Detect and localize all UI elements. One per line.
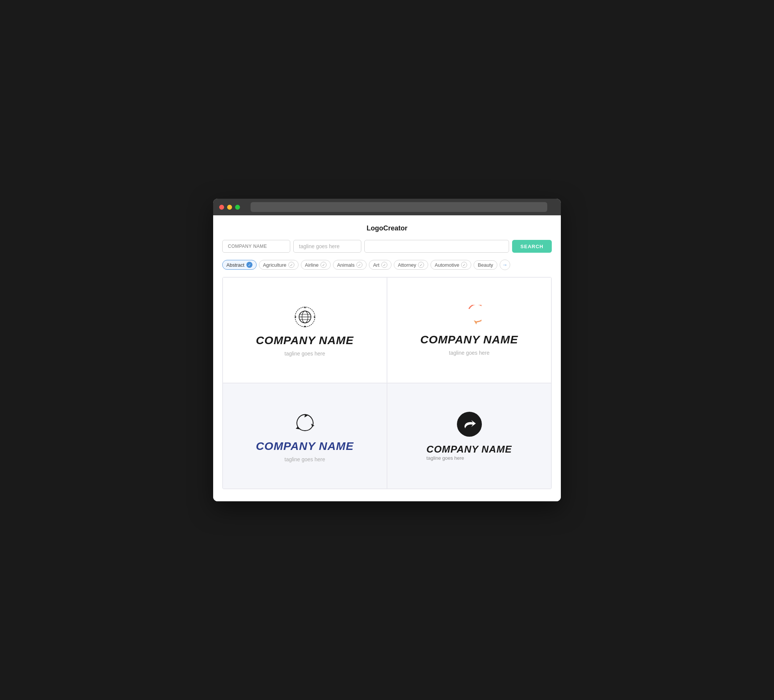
filter-label: Airline (305, 262, 319, 268)
filter-label: Agriculture (263, 262, 286, 268)
company-name-input[interactable] (222, 240, 290, 253)
check-icon-outline: ✓ (288, 262, 294, 268)
app-content: LogoCreator SEARCH Abstract ✓ Agricultur… (213, 215, 561, 501)
svg-marker-9 (303, 414, 308, 418)
tagline-1: tagline goes here (284, 350, 325, 357)
tagline-3: tagline goes here (284, 456, 325, 462)
company-name-3: COMPANY NAME (256, 440, 354, 452)
check-icon-outline: ✓ (461, 262, 467, 268)
minimize-button[interactable] (227, 205, 232, 210)
close-button[interactable] (219, 205, 224, 210)
filter-label: Animals (337, 262, 354, 268)
logo-inner-4: COMPANY NAME tagline goes here (426, 411, 512, 461)
company-name-2: COMPANY NAME (420, 333, 518, 346)
filter-beauty[interactable]: Beauty (473, 260, 497, 270)
address-bar[interactable] (251, 202, 547, 212)
filter-label: Beauty (478, 262, 493, 268)
tagline-4: tagline goes here (426, 455, 512, 461)
app-window: LogoCreator SEARCH Abstract ✓ Agricultur… (213, 199, 561, 501)
filter-label: Abstract (227, 262, 245, 268)
titlebar (213, 199, 561, 215)
logo-text-4: COMPANY NAME tagline goes here (426, 444, 512, 461)
globe-arrows-icon (292, 304, 318, 330)
refresh-arc-icon (457, 305, 481, 329)
logo-card-4[interactable]: COMPANY NAME tagline goes here (387, 383, 551, 489)
logo-card-1[interactable]: COMPANY NAME tagline goes here (223, 277, 387, 383)
svg-marker-6 (474, 320, 477, 324)
extra-search-input[interactable] (364, 240, 509, 253)
filter-bar: Abstract ✓ Agriculture ✓ Airline ✓ Anima… (222, 259, 552, 270)
filter-animals[interactable]: Animals ✓ (333, 260, 367, 270)
app-title: LogoCreator (222, 225, 552, 232)
filter-attorney[interactable]: Attorney ✓ (394, 260, 428, 270)
next-page-button[interactable]: → (499, 259, 510, 270)
logo-card-3[interactable]: COMPANY NAME tagline goes here (223, 383, 387, 489)
circular-arrows-icon (292, 409, 318, 436)
filter-label: Automotive (435, 262, 459, 268)
check-icon-outline: ✓ (356, 262, 362, 268)
check-icon-outline: ✓ (381, 262, 387, 268)
filter-art[interactable]: Art ✓ (369, 260, 392, 270)
check-icon: ✓ (246, 262, 253, 268)
circle-forward-icon (456, 411, 483, 438)
logo-card-2[interactable]: COMPANY NAME tagline goes here (387, 277, 551, 383)
logo-inner-3: COMPANY NAME tagline goes here (256, 409, 354, 462)
filter-label: Attorney (398, 262, 416, 268)
logo-inner-2: COMPANY NAME tagline goes here (420, 305, 518, 356)
filter-airline[interactable]: Airline ✓ (301, 260, 331, 270)
tagline-2: tagline goes here (449, 350, 490, 356)
logo-inner-1: COMPANY NAME tagline goes here (256, 304, 354, 357)
company-name-1: COMPANY NAME (256, 334, 354, 347)
filter-label: Art (373, 262, 379, 268)
filter-abstract[interactable]: Abstract ✓ (222, 260, 256, 270)
logo-grid: COMPANY NAME tagline goes here (222, 277, 552, 489)
tagline-input[interactable] (293, 240, 361, 253)
search-bar: SEARCH (222, 240, 552, 253)
check-icon-outline: ✓ (418, 262, 424, 268)
search-button[interactable]: SEARCH (512, 240, 552, 253)
check-icon-outline: ✓ (321, 262, 326, 268)
company-name-4: COMPANY NAME (426, 444, 512, 455)
maximize-button[interactable] (235, 205, 240, 210)
filter-automotive[interactable]: Automotive ✓ (430, 260, 471, 270)
filter-agriculture[interactable]: Agriculture ✓ (259, 260, 299, 270)
